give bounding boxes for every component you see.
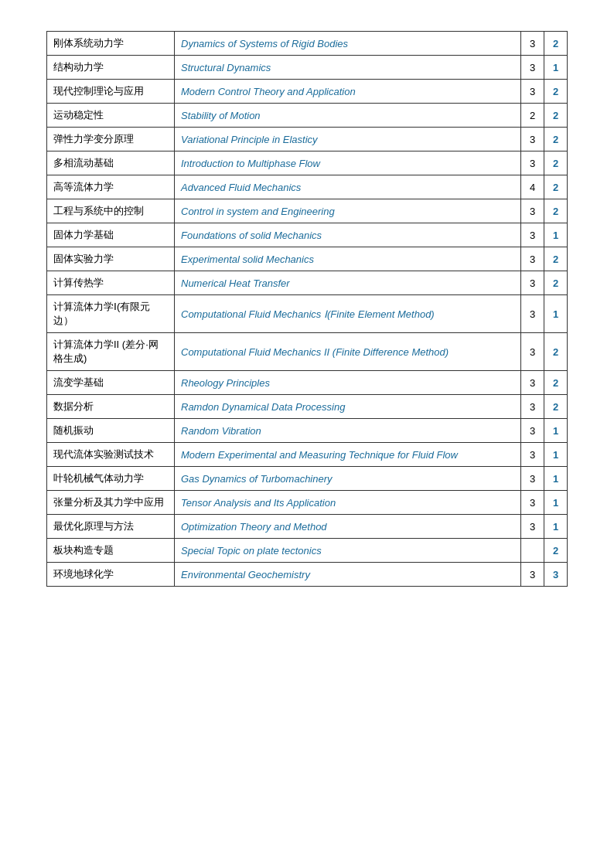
course-chinese-name: 叶轮机械气体动力学 <box>47 467 175 491</box>
course-semester: 1 <box>544 419 568 443</box>
course-english-name: Ramdon Dynamical Data Processing <box>175 395 521 419</box>
table-row: 固体力学基础Foundations of solid Mechanics31 <box>47 223 568 247</box>
table-row: 固体实验力学Experimental solid Mechanics32 <box>47 247 568 271</box>
course-table: 刚体系统动力学Dynamics of Systems of Rigid Bodi… <box>46 31 568 587</box>
course-semester: 2 <box>544 151 568 175</box>
course-english-name: Rheology Principles <box>175 371 521 395</box>
course-chinese-name: 环境地球化学 <box>47 563 175 587</box>
course-credit: 3 <box>521 151 544 175</box>
course-semester: 2 <box>544 271 568 295</box>
table-row: 计算传热学Numerical Heat Transfer32 <box>47 271 568 295</box>
course-english-name: Foundations of solid Mechanics <box>175 223 521 247</box>
table-row: 数据分析Ramdon Dynamical Data Processing32 <box>47 395 568 419</box>
table-row: 叶轮机械气体动力学Gas Dynamics of Turbomachinery3… <box>47 467 568 491</box>
course-credit: 3 <box>521 128 544 151</box>
course-semester: 1 <box>544 491 568 515</box>
course-english-name: Gas Dynamics of Turbomachinery <box>175 467 521 491</box>
course-credit: 3 <box>521 295 544 333</box>
course-credit: 3 <box>521 443 544 467</box>
table-row: 流变学基础Rheology Principles32 <box>47 371 568 395</box>
course-semester: 2 <box>544 371 568 395</box>
course-english-name: Random Vibration <box>175 419 521 443</box>
course-credit: 3 <box>521 247 544 271</box>
course-semester: 1 <box>544 467 568 491</box>
course-english-name: Modern Experimental and Measuring Techni… <box>175 443 521 467</box>
course-credit: 2 <box>521 104 544 128</box>
table-row: 刚体系统动力学Dynamics of Systems of Rigid Bodi… <box>47 32 568 56</box>
course-chinese-name: 计算流体力学II (差分·网格生成) <box>47 333 175 371</box>
course-credit: 3 <box>521 491 544 515</box>
course-semester: 2 <box>544 199 568 223</box>
course-semester: 1 <box>544 223 568 247</box>
course-english-name: Stability of Motion <box>175 104 521 128</box>
course-english-name: Modern Control Theory and Application <box>175 80 521 104</box>
course-english-name: Dynamics of Systems of Rigid Bodies <box>175 32 521 56</box>
table-row: 工程与系统中的控制Control in system and Engineeri… <box>47 199 568 223</box>
course-credit: 3 <box>521 419 544 443</box>
course-chinese-name: 结构动力学 <box>47 56 175 80</box>
course-english-name: Variational Principle in Elasticy <box>175 128 521 151</box>
course-semester: 1 <box>544 295 568 333</box>
course-semester: 3 <box>544 563 568 587</box>
main-table-container: 刚体系统动力学Dynamics of Systems of Rigid Bodi… <box>46 31 568 587</box>
course-semester: 2 <box>544 32 568 56</box>
table-row: 现代流体实验测试技术Modern Experimental and Measur… <box>47 443 568 467</box>
course-credit: 3 <box>521 80 544 104</box>
course-chinese-name: 板块构造专题 <box>47 539 175 563</box>
course-english-name: Advanced Fluid Mechanics <box>175 175 521 199</box>
course-credit: 3 <box>521 333 544 371</box>
course-chinese-name: 流变学基础 <box>47 371 175 395</box>
course-semester: 2 <box>544 128 568 151</box>
course-english-name: Computational Fluid Mechanics II (Finite… <box>175 333 521 371</box>
course-semester: 1 <box>544 443 568 467</box>
course-english-name: Computational Fluid Mechanics Ⅰ(Finite E… <box>175 295 521 333</box>
table-row: 环境地球化学Environmental Geochemistry33 <box>47 563 568 587</box>
course-credit: 3 <box>521 223 544 247</box>
course-chinese-name: 现代控制理论与应用 <box>47 80 175 104</box>
course-semester: 1 <box>544 56 568 80</box>
course-chinese-name: 现代流体实验测试技术 <box>47 443 175 467</box>
course-english-name: Control in system and Engineering <box>175 199 521 223</box>
course-credit: 3 <box>521 271 544 295</box>
course-english-name: Tensor Analysis and Its Application <box>175 491 521 515</box>
course-english-name: Introduction to Multiphase Flow <box>175 151 521 175</box>
course-chinese-name: 固体实验力学 <box>47 247 175 271</box>
course-semester: 2 <box>544 175 568 199</box>
table-row: 高等流体力学Advanced Fluid Mechanics42 <box>47 175 568 199</box>
course-english-name: Special Topic on plate tectonics <box>175 539 521 563</box>
table-row: 现代控制理论与应用Modern Control Theory and Appli… <box>47 80 568 104</box>
table-row: 结构动力学Structural Dynamics31 <box>47 56 568 80</box>
table-row: 随机振动Random Vibration31 <box>47 419 568 443</box>
course-english-name: Experimental solid Mechanics <box>175 247 521 271</box>
course-semester: 2 <box>544 104 568 128</box>
course-credit: 3 <box>521 515 544 539</box>
course-chinese-name: 多相流动基础 <box>47 151 175 175</box>
course-credit: 3 <box>521 371 544 395</box>
course-chinese-name: 工程与系统中的控制 <box>47 199 175 223</box>
course-credit <box>521 539 544 563</box>
course-chinese-name: 数据分析 <box>47 395 175 419</box>
course-credit: 3 <box>521 467 544 491</box>
table-row: 张量分析及其力学中应用Tensor Analysis and Its Appli… <box>47 491 568 515</box>
course-semester: 2 <box>544 539 568 563</box>
course-semester: 1 <box>544 515 568 539</box>
course-chinese-name: 运动稳定性 <box>47 104 175 128</box>
course-chinese-name: 随机振动 <box>47 419 175 443</box>
course-semester: 2 <box>544 247 568 271</box>
course-credit: 3 <box>521 199 544 223</box>
course-semester: 2 <box>544 333 568 371</box>
course-chinese-name: 刚体系统动力学 <box>47 32 175 56</box>
course-english-name: Structural Dynamics <box>175 56 521 80</box>
table-row: 板块构造专题Special Topic on plate tectonics2 <box>47 539 568 563</box>
table-row: 最优化原理与方法Optimization Theory and Method31 <box>47 515 568 539</box>
table-row: 计算流体力学Ⅰ(有限元边）Computational Fluid Mechani… <box>47 295 568 333</box>
course-credit: 3 <box>521 395 544 419</box>
course-english-name: Optimization Theory and Method <box>175 515 521 539</box>
course-english-name: Numerical Heat Transfer <box>175 271 521 295</box>
course-semester: 2 <box>544 395 568 419</box>
course-chinese-name: 高等流体力学 <box>47 175 175 199</box>
course-chinese-name: 固体力学基础 <box>47 223 175 247</box>
course-chinese-name: 计算传热学 <box>47 271 175 295</box>
table-row: 多相流动基础Introduction to Multiphase Flow32 <box>47 151 568 175</box>
course-english-name: Environmental Geochemistry <box>175 563 521 587</box>
